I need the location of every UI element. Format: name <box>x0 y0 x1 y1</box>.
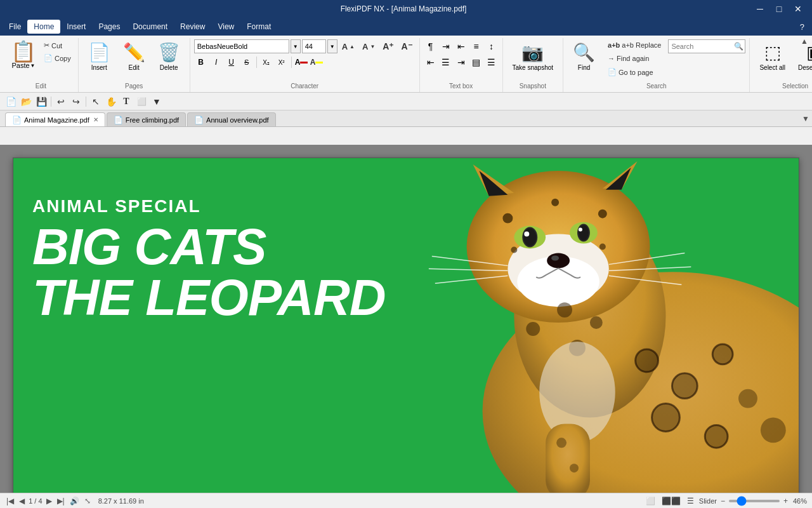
minimize-button[interactable]: ─ <box>751 3 769 15</box>
snapshot-group-label: Snapshot <box>507 81 560 92</box>
next-page-button[interactable]: ▶ <box>45 497 53 505</box>
search-options-col: a+b a+b Replace → Find again 📄 Go to pag… <box>605 39 664 78</box>
edit-icon: ✏️ <box>123 42 145 63</box>
ribbon-group-snapshot: 📷 Take snapshot Snapshot <box>503 38 564 92</box>
indent-button[interactable]: ⇥ <box>439 39 453 53</box>
menu-file[interactable]: File <box>3 20 27 34</box>
take-snapshot-button[interactable]: 📷 Take snapshot <box>507 39 560 74</box>
font-size-shrink2[interactable]: A⁻ <box>398 39 415 53</box>
zoom-slider[interactable] <box>729 500 780 502</box>
font-color-button[interactable]: A <box>294 55 308 69</box>
menu-format[interactable]: Format <box>240 20 277 34</box>
find-again-button[interactable]: → Find again <box>605 53 664 64</box>
show-formatting-button[interactable]: ¶ <box>424 39 438 53</box>
cut-button[interactable]: ✂ Cut <box>41 39 74 51</box>
svg-point-12 <box>525 232 530 237</box>
format-separator2 <box>291 57 292 68</box>
line-spacing-button[interactable]: ↕ <box>485 39 499 53</box>
menu-home[interactable]: Home <box>27 20 60 34</box>
fit-page-button[interactable]: ⤡ <box>83 497 92 505</box>
svg-point-31 <box>590 316 603 329</box>
list-button[interactable]: ≡ <box>469 39 483 53</box>
insert-page-button[interactable]: 📄 Insert <box>82 39 116 74</box>
font-size-dropdown[interactable]: ▼ <box>327 39 337 53</box>
bold-button[interactable]: B <box>194 55 208 69</box>
zoom-in-button[interactable]: + <box>782 497 789 505</box>
view-single-button[interactable]: ⬜ <box>645 495 657 507</box>
copy-button[interactable]: 📄 Copy <box>41 52 74 64</box>
tab-free-climbing[interactable]: 📄 Free climbing.pdf <box>107 112 186 126</box>
help-button[interactable]: ? <box>795 20 809 34</box>
ribbon-collapse-button[interactable]: ▲ <box>801 37 808 46</box>
first-page-button[interactable]: |◀ <box>5 497 15 505</box>
qa-redo-button[interactable]: ↪ <box>69 95 83 109</box>
edit-page-button[interactable]: ✏️ Edit <box>117 39 151 74</box>
outdent-button[interactable]: ⇤ <box>454 39 468 53</box>
search-submit-button[interactable]: 🔍 <box>732 40 745 53</box>
font-shrink-button[interactable]: A▼ <box>359 40 378 53</box>
search-input[interactable] <box>669 43 732 50</box>
tabs-scroll-button[interactable]: ▼ <box>802 114 812 123</box>
highlight-color-button[interactable]: A <box>310 55 324 69</box>
qa-open-button[interactable]: 📂 <box>19 95 33 109</box>
ribbon-group-pages: 📄 Insert ✏️ Edit 🗑️ Delete Pages <box>79 38 190 92</box>
qa-save-button[interactable]: 💾 <box>34 95 48 109</box>
delete-page-button[interactable]: 🗑️ Delete <box>152 39 186 74</box>
qa-fit-button[interactable]: ⬜ <box>134 95 148 109</box>
paste-label: Paste <box>11 62 29 69</box>
paste-button[interactable]: 📋 Paste ▼ <box>8 39 39 71</box>
line-options-button[interactable]: ☰ <box>485 55 499 69</box>
justify-button[interactable]: ▤ <box>469 55 483 69</box>
select-all-button[interactable]: ⬚ Select all <box>754 39 791 74</box>
font-size-input[interactable] <box>302 39 326 53</box>
close-button[interactable]: ✕ <box>789 3 807 15</box>
qa-cursor-button[interactable]: ↖ <box>89 95 103 109</box>
qa-text-button[interactable]: T <box>119 95 133 109</box>
svg-point-25 <box>503 213 513 224</box>
audio-button[interactable]: 🔊 <box>69 497 81 505</box>
snapshot-group-content: 📷 Take snapshot <box>507 38 560 81</box>
italic-button[interactable]: I <box>209 55 223 69</box>
select-all-label: Select all <box>759 64 785 71</box>
align-left-button[interactable]: ⇤ <box>424 55 438 69</box>
view-double-button[interactable]: ⬛⬛ <box>660 495 682 507</box>
font-name-dropdown[interactable]: ▼ <box>291 39 301 53</box>
underline-button[interactable]: U <box>225 55 239 69</box>
replace-button[interactable]: a+b a+b Replace <box>605 39 664 51</box>
replace-icon: a+b <box>608 41 620 49</box>
view-continuous-button[interactable]: ☰ <box>686 495 695 507</box>
tab-annual-overview[interactable]: 📄 Annual overview.pdf <box>187 112 275 126</box>
menu-pages[interactable]: Pages <box>92 20 126 34</box>
svg-point-29 <box>599 244 606 250</box>
search-group-content: 🔍 Find a+b a+b Replace → Find again 📄 Go… <box>567 38 745 81</box>
superscript-button[interactable]: X² <box>275 55 289 69</box>
character-group-label: Character <box>194 81 416 92</box>
menu-document[interactable]: Document <box>126 20 174 34</box>
last-page-button[interactable]: ▶| <box>56 497 66 505</box>
edit-label: Edit <box>129 64 140 71</box>
pdf-viewer[interactable]: ANIMAL SPECIAL BIG CATS THE LEOPARD <box>0 145 812 493</box>
align-right-button[interactable]: ⇥ <box>454 55 468 69</box>
strikethrough-button[interactable]: S <box>240 55 254 69</box>
maximize-button[interactable]: □ <box>770 3 788 15</box>
go-to-page-button[interactable]: 📄 Go to page <box>605 66 664 78</box>
tab-close-animal[interactable]: ✕ <box>93 116 98 123</box>
align-center-button[interactable]: ☰ <box>439 55 453 69</box>
find-button[interactable]: 🔍 Find <box>567 39 601 74</box>
font-name-input[interactable] <box>194 39 289 53</box>
menu-view[interactable]: View <box>211 20 240 34</box>
qa-new-button[interactable]: 📄 <box>4 95 18 109</box>
font-grow-button[interactable]: A▲ <box>339 40 358 53</box>
tab-label-climbing: Free climbing.pdf <box>126 116 179 124</box>
qa-more-button[interactable]: ▼ <box>150 95 164 109</box>
prev-page-button[interactable]: ◀ <box>18 497 26 505</box>
tab-animal-magazine[interactable]: 📄 Animal Magazine.pdf ✕ <box>5 112 105 126</box>
menu-insert[interactable]: Insert <box>60 20 92 34</box>
qa-undo-button[interactable]: ↩ <box>54 95 68 109</box>
zoom-out-button[interactable]: − <box>719 497 726 505</box>
tab-icon-climbing: 📄 <box>114 116 123 124</box>
qa-hand-button[interactable]: ✋ <box>104 95 118 109</box>
menu-review[interactable]: Review <box>174 20 211 34</box>
font-size-grow2[interactable]: A⁺ <box>379 39 396 53</box>
subscript-button[interactable]: X₂ <box>259 55 273 69</box>
